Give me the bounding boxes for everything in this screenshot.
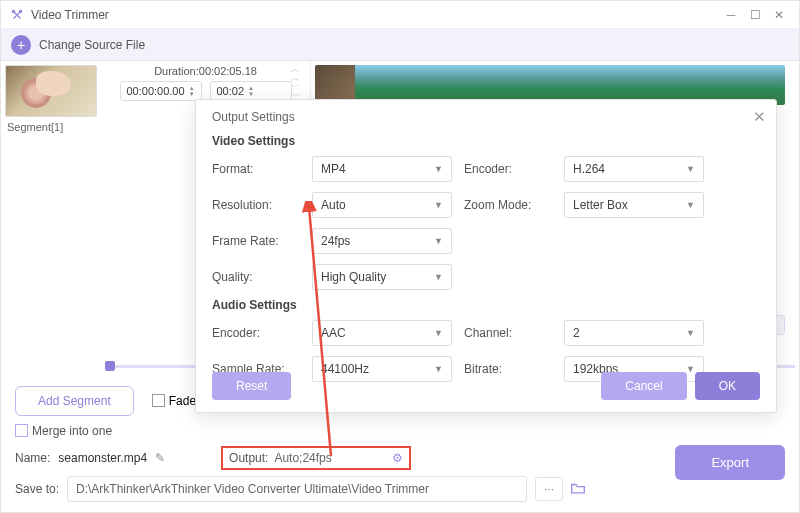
channel-select[interactable]: 2▼ — [564, 320, 704, 346]
output-value: Auto;24fps — [274, 451, 386, 465]
channel-label: Channel: — [464, 326, 552, 340]
change-source-label[interactable]: Change Source File — [39, 38, 145, 52]
add-segment-button[interactable]: Add Segment — [15, 386, 134, 416]
segments-column: Segment[1] — [1, 61, 101, 371]
modal-close-icon[interactable]: ✕ — [753, 108, 766, 126]
caret-down-icon: ▼ — [686, 328, 695, 338]
spinner-icon[interactable]: ▲▼ — [189, 86, 195, 97]
browse-folder-button[interactable]: ··· — [535, 477, 563, 501]
window-title: Video Trimmer — [31, 8, 109, 22]
spinner-icon[interactable]: ▲▼ — [248, 86, 260, 97]
caret-down-icon: ▼ — [434, 272, 443, 282]
caret-down-icon: ▼ — [434, 328, 443, 338]
output-summary-box: Output: Auto;24fps ⚙ — [221, 446, 411, 470]
quality-select[interactable]: High Quality▼ — [312, 264, 452, 290]
audio-encoder-select[interactable]: AAC▼ — [312, 320, 452, 346]
close-button[interactable]: ✕ — [767, 3, 791, 27]
audio-encoder-label: Encoder: — [212, 326, 300, 340]
caret-down-icon: ▼ — [434, 164, 443, 174]
name-value: seamonster.mp4 — [58, 451, 147, 465]
end-time-input[interactable]: 00:02▲▼ — [210, 81, 292, 101]
merge-checkbox[interactable] — [15, 424, 28, 437]
encoder-label: Encoder: — [464, 162, 552, 176]
caret-down-icon: ▼ — [434, 200, 443, 210]
zoom-mode-select[interactable]: Letter Box▼ — [564, 192, 704, 218]
quality-label: Quality: — [212, 270, 300, 284]
saveto-label: Save to: — [15, 482, 59, 496]
cancel-button[interactable]: Cancel — [601, 372, 686, 400]
video-settings-heading: Video Settings — [212, 134, 760, 148]
segment-thumbnail[interactable] — [5, 65, 97, 117]
zoom-mode-label: Zoom Mode: — [464, 198, 552, 212]
output-settings-modal: Output Settings ✕ Video Settings Format:… — [195, 99, 777, 413]
add-source-button[interactable]: + — [11, 35, 31, 55]
caret-down-icon: ▼ — [434, 236, 443, 246]
start-time-input[interactable]: 00:00:00.00▲▼ — [120, 81, 202, 101]
segment-index-label: Segment[1] — [5, 117, 97, 137]
format-select[interactable]: MP4▼ — [312, 156, 452, 182]
segment-scroll[interactable]: ︿︿﹀﹀ — [291, 65, 300, 101]
export-button[interactable]: Export — [675, 445, 785, 480]
modal-title: Output Settings — [212, 110, 760, 124]
merge-label: Merge into one — [32, 424, 112, 438]
app-logo-icon — [9, 7, 25, 23]
caret-down-icon: ▼ — [686, 200, 695, 210]
fade-in-checkbox[interactable] — [152, 394, 165, 407]
name-label: Name: — [15, 451, 50, 465]
resolution-select[interactable]: Auto▼ — [312, 192, 452, 218]
reset-button[interactable]: Reset — [212, 372, 291, 400]
toolbar: + Change Source File — [1, 29, 799, 61]
format-label: Format: — [212, 162, 300, 176]
timeline-handle[interactable] — [105, 361, 115, 371]
edit-name-icon[interactable]: ✎ — [155, 451, 165, 465]
frame-rate-select[interactable]: 24fps▼ — [312, 228, 452, 254]
gear-icon[interactable]: ⚙ — [392, 451, 403, 465]
titlebar: Video Trimmer ─ ☐ ✕ — [1, 1, 799, 29]
audio-settings-heading: Audio Settings — [212, 298, 760, 312]
ok-button[interactable]: OK — [695, 372, 760, 400]
caret-down-icon: ▼ — [686, 164, 695, 174]
saveto-path-input[interactable]: D:\ArkThinker\ArkThinker Video Converter… — [67, 476, 527, 502]
maximize-button[interactable]: ☐ — [743, 3, 767, 27]
open-folder-icon[interactable] — [569, 481, 587, 498]
minimize-button[interactable]: ─ — [719, 3, 743, 27]
output-label: Output: — [229, 451, 268, 465]
video-encoder-select[interactable]: H.264▼ — [564, 156, 704, 182]
duration-label: Duration:00:02:05.18 — [107, 65, 304, 77]
resolution-label: Resolution: — [212, 198, 300, 212]
frame-rate-label: Frame Rate: — [212, 234, 300, 248]
